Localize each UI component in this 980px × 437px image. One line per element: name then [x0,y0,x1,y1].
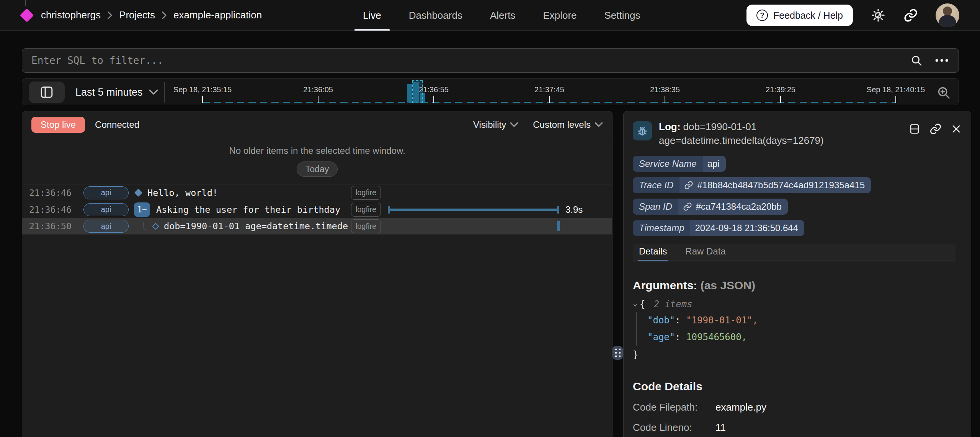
log-diamond-icon [134,189,142,197]
tab-settings[interactable]: Settings [591,0,654,31]
timeline-tick-label: 21:38:35 [650,85,680,94]
span-duration-bar [388,209,559,211]
sql-filter-input[interactable] [31,55,910,66]
chevron-down-icon [595,122,603,127]
share-link-icon[interactable] [903,8,918,23]
timeline-tick-label: 21:37:45 [534,85,564,94]
logfire-logo-icon[interactable] [20,8,34,22]
today-button[interactable]: Today [297,161,338,177]
service-badge[interactable]: api [83,186,129,199]
timeline-tick-label: Sep 18, 21:35:15 [173,85,232,94]
breadcrumb-projects[interactable]: Projects [119,9,155,21]
scope-badge[interactable]: logfire [351,219,381,233]
service-badge[interactable]: api [83,220,129,233]
user-avatar[interactable] [936,3,959,27]
timeline-tick [318,96,318,103]
code-details-heading: Code Details [633,380,962,393]
timeline-tick-label: 21:36:05 [303,85,333,94]
log-row[interactable]: 21:36:46 api Hello, world! logfire [22,184,612,201]
json-entry: "dob": "1990-01-01", [647,312,962,329]
log-row[interactable]: 21:36:46 api 1− Asking the user for thei… [22,201,612,218]
timeline-tick-label: Sep 18, 21:40:15 [867,85,925,94]
active-tab-underline [354,29,390,31]
breadcrumb-org[interactable]: christophergs [41,9,101,21]
time-range-dropdown[interactable]: Last 5 minutes [75,86,158,98]
tab-details[interactable]: Details [638,243,668,261]
help-circle-icon [756,10,768,21]
panel-layout-icon[interactable] [909,123,920,135]
link-icon [684,181,693,190]
timeline-track[interactable]: Sep 18, 21:35:15 21:36:05 21:36:55 21:37… [22,79,959,106]
trace-id-pill[interactable]: Trace ID #18b84cb4847b5d574c4ad9121935a4… [633,177,871,193]
tab-dashboards[interactable]: Dashboards [395,0,476,31]
live-view-header: Stop live Connected Visibility Custom le… [22,111,612,138]
timeline-tick [433,96,434,103]
more-options-icon[interactable] [934,58,949,63]
details-title: Log: dob=1990-01-01 age=datetime.timedel… [659,120,824,147]
chevron-down-icon [149,89,158,95]
timeline-tick [780,96,781,103]
chevron-down-icon [510,122,518,127]
json-items-note: 2 items [654,299,693,310]
log-time: 21:36:50 [29,221,77,231]
code-filepath-row: Code Filepath: example.py [633,401,962,413]
logo-stem [25,0,26,6]
duration-zone [381,184,605,201]
json-collapse-icon[interactable]: ⌄ [633,298,637,308]
sql-filter-bar [22,48,959,73]
tree-connector [143,222,152,230]
empty-state-message: No older items in the selected time wind… [229,145,405,156]
scope-badge[interactable]: logfire [351,203,381,217]
duration-zone [381,218,605,235]
details-tabbar: Details Raw Data [633,244,956,261]
live-view-panel: Stop live Connected Visibility Custom le… [22,111,612,437]
feedback-help-button[interactable]: Feedback / Help [746,5,853,26]
connection-status: Connected [95,119,139,130]
timeline-tick [202,96,203,103]
zoom-in-icon[interactable] [936,85,951,101]
theme-toggle-icon[interactable] [871,8,886,23]
timeline-tick-label: 21:39:25 [766,85,795,94]
tab-explore[interactable]: Explore [529,0,590,31]
arguments-heading: Arguments: (as JSON) [633,279,962,292]
scope-badge[interactable]: logfire [351,186,381,200]
divider [164,82,165,103]
timeline-selection-brush[interactable] [412,80,423,103]
chevron-right-icon [107,11,113,20]
timeline-bar: Sep 18, 21:35:15 21:36:05 21:36:55 21:37… [22,78,959,105]
code-lineno-row: Code Lineno: 11 [633,422,962,434]
service-badge[interactable]: api [83,203,129,216]
grip-dots-icon [615,349,621,357]
header-actions: Feedback / Help [746,0,959,31]
sidebar-toggle-icon[interactable] [29,82,65,103]
details-header: Log: dob=1990-01-01 age=datetime.timedel… [633,120,962,147]
log-time: 21:36:46 [29,205,77,215]
stop-live-button[interactable]: Stop live [31,117,85,133]
visibility-dropdown[interactable]: Visibility [473,119,518,130]
search-icon[interactable] [910,54,923,67]
link-icon [683,202,692,211]
close-icon[interactable] [951,124,962,134]
tab-alerts[interactable]: Alerts [476,0,529,31]
log-row-selected[interactable]: 21:36:50 api dob=1990-01-01 age=datetime… [22,218,612,235]
top-header: christophergs Projects example-applicati… [0,0,980,31]
debug-bug-icon [633,121,652,140]
duration-zone: 3.9s [381,201,605,218]
tab-live[interactable]: Live [349,0,395,31]
custom-levels-dropdown[interactable]: Custom levels [533,119,603,130]
timeline-tick [549,96,550,103]
main-nav-tabs: Live Dashboards Alerts Explore Settings [349,0,654,31]
collapse-children-chip[interactable]: 1− [134,202,150,217]
timeline-controls: Last 5 minutes [22,79,158,106]
span-id-pill[interactable]: Span ID #ca741384ca2a20bb [633,199,788,215]
service-name-pill[interactable]: Service Name api [633,156,726,172]
log-time: 21:36:46 [29,188,77,198]
panel-resize-handle[interactable] [612,346,623,360]
json-viewer: ⌄ { 2 items "dob": "1990-01-01", "age": … [633,299,962,363]
timestamp-pill[interactable]: Timestamp 2024-09-18 21:36:50.644 [633,220,804,236]
span-details-panel: Log: dob=1990-01-01 age=datetime.timedel… [623,111,971,437]
tab-raw-data[interactable]: Raw Data [684,243,726,261]
copy-link-icon[interactable] [929,123,942,135]
breadcrumb-project[interactable]: example-application [173,9,262,21]
log-diamond-outline-icon [152,223,159,230]
